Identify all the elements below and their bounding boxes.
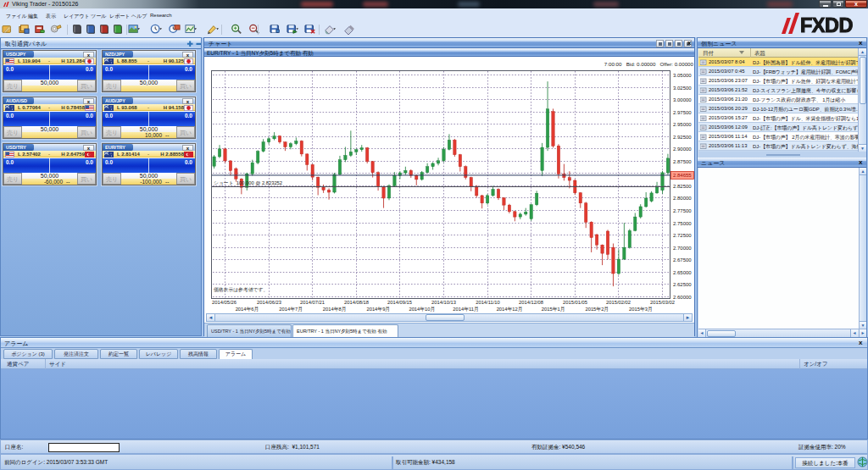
svg-text:2014/11/10: 2014/11/10 (476, 300, 500, 305)
svg-text:2014年8月: 2014年8月 (323, 307, 347, 312)
svg-text:ショート 100,000 @ 2.823252: ショート 100,000 @ 2.823252 (214, 180, 282, 185)
svg-text:2.67500: 2.67500 (673, 257, 692, 263)
svg-text:3.05000: 3.05000 (673, 73, 692, 78)
svg-text:2.95000: 2.95000 (673, 122, 692, 127)
svg-text:2014年6月: 2014年6月 (236, 307, 259, 312)
svg-text:2015年2月: 2015年2月 (585, 307, 609, 312)
svg-text:7:00:00 Bid: 0.00000 Offer: 7:00:00 Bid: 0.00000 Offer: 0.00000 (604, 61, 694, 67)
svg-text:2.90000: 2.90000 (673, 147, 692, 152)
svg-text:2014/05/26: 2014/05/26 (212, 300, 236, 305)
svg-text:2014年10月: 2014年10月 (409, 307, 435, 312)
svg-text:2014/07/21: 2014/07/21 (300, 300, 325, 305)
svg-text:2015/03/02: 2015/03/02 (650, 300, 675, 305)
svg-text:2.70000: 2.70000 (673, 246, 692, 251)
svg-text:3.02500: 3.02500 (673, 86, 692, 91)
svg-text:2014/10/13: 2014/10/13 (431, 300, 456, 305)
svg-text:2.80000: 2.80000 (673, 196, 692, 201)
svg-text:2.87500: 2.87500 (673, 159, 692, 164)
svg-text:2.65000: 2.65000 (673, 270, 692, 275)
svg-text:2014年7月: 2014年7月 (279, 307, 303, 312)
svg-text:2014/06/23: 2014/06/23 (257, 300, 281, 305)
svg-text:2.92500: 2.92500 (673, 135, 692, 140)
svg-text:2.75000: 2.75000 (673, 221, 692, 226)
svg-text:2015/02/02: 2015/02/02 (606, 300, 631, 305)
svg-text:2.77500: 2.77500 (673, 208, 692, 213)
svg-text:2015年3月: 2015年3月 (629, 307, 653, 312)
svg-text:2015/01/05: 2015/01/05 (563, 300, 587, 305)
svg-text:2.97500: 2.97500 (673, 110, 692, 115)
svg-text:3.00000: 3.00000 (673, 97, 692, 102)
svg-text:2.62500: 2.62500 (673, 282, 692, 287)
svg-text:2014/12/08: 2014/12/08 (519, 300, 543, 305)
svg-text:価格表示は参考値です。: 価格表示は参考値です。 (214, 286, 268, 293)
svg-text:2.82500: 2.82500 (673, 184, 692, 189)
svg-text:2014年12月: 2014年12月 (497, 307, 523, 312)
svg-text:2014/09/15: 2014/09/15 (387, 300, 412, 305)
svg-text:2.72500: 2.72500 (673, 233, 692, 238)
svg-text:2014年11月: 2014年11月 (453, 307, 479, 312)
svg-text:2.84655: 2.84655 (673, 173, 692, 178)
svg-text:2014年9月: 2014年9月 (366, 307, 390, 312)
svg-text:2015年1月: 2015年1月 (542, 307, 565, 312)
svg-text:2014/08/18: 2014/08/18 (344, 300, 369, 305)
svg-text:2.60000: 2.60000 (673, 295, 692, 300)
